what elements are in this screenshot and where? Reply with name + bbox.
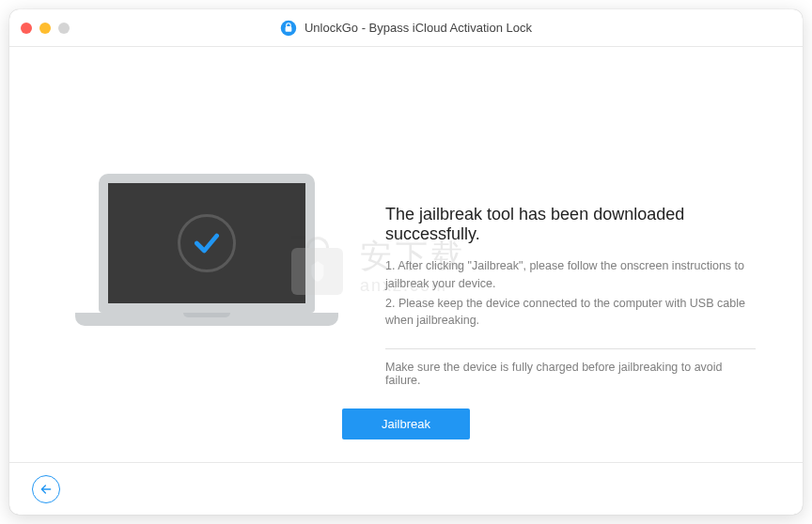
footer [9,462,803,515]
back-button[interactable] [32,475,60,503]
checkmark-circle-icon [178,214,236,272]
laptop-screen [99,174,315,313]
text-panel: The jailbreak tool has been downloaded s… [357,85,756,458]
laptop-notch [183,313,230,317]
checkmark-icon [192,228,222,258]
svg-rect-1 [286,26,292,31]
window-title: UnlockGo - Bypass iCloud Activation Lock [304,21,532,35]
content-area: The jailbreak tool has been downloaded s… [9,47,803,458]
minimize-button[interactable] [39,23,51,34]
titlebar: UnlockGo - Bypass iCloud Activation Lock [9,9,803,47]
app-window: UnlockGo - Bypass iCloud Activation Lock [9,9,803,515]
warning-text: Make sure the device is fully charged be… [385,361,756,387]
instruction-step-2: 2. Please keep the device connected to t… [385,295,756,331]
illustration-panel [56,85,357,458]
window-controls [21,23,70,34]
close-button[interactable] [21,23,32,34]
arrow-left-icon [39,482,54,497]
button-area: Jailbreak [9,408,803,439]
instruction-step-1: 1. After clicking "Jailbreak", please fo… [385,257,756,293]
divider [385,348,756,349]
laptop-base [75,313,338,326]
app-icon [280,20,297,37]
maximize-button[interactable] [58,23,70,34]
success-heading: The jailbreak tool has been downloaded s… [385,205,756,244]
title-center: UnlockGo - Bypass iCloud Activation Lock [280,20,532,37]
laptop-illustration [75,174,338,326]
jailbreak-button[interactable]: Jailbreak [342,408,470,439]
